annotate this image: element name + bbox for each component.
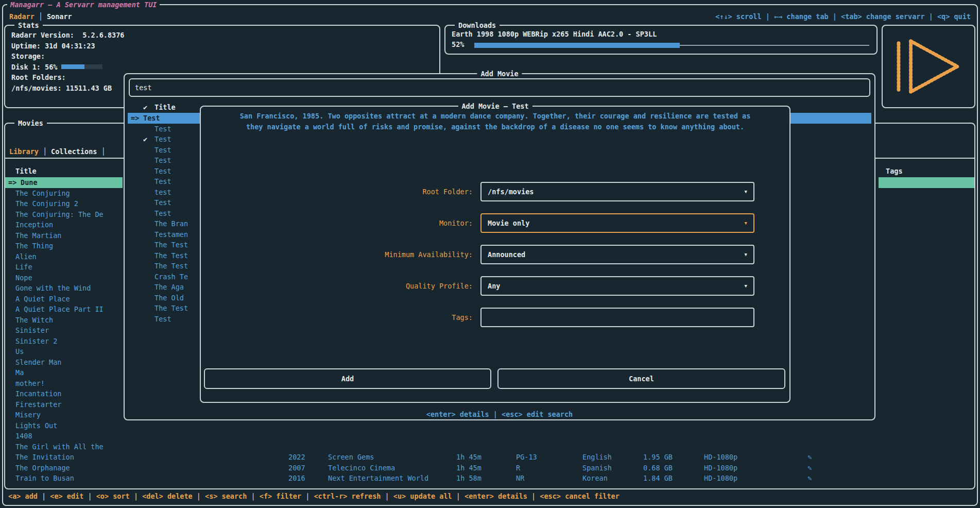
movie-row[interactable]: Nope <box>5 273 124 283</box>
movie-overview-line1: San Francisco, 1985. Two opposites attra… <box>201 112 789 120</box>
monitor-label: Monitor: <box>205 213 473 233</box>
movies-tabs: Library│Collections│ <box>9 146 110 157</box>
movie-title: The Girl with All the <box>15 442 104 452</box>
result-title: Test <box>154 134 171 145</box>
result-title: Test <box>154 176 171 187</box>
tab-collections[interactable]: Collections <box>51 147 97 156</box>
movie-row[interactable]: The Conjuring <box>5 188 124 199</box>
servarr-tabs: Radarr│Sonarr <box>9 11 72 22</box>
monitor-value: Movie only <box>488 214 529 232</box>
movie-row[interactable]: Incantation <box>5 388 124 399</box>
tab-sonarr[interactable]: Sonarr <box>47 12 72 21</box>
movie-row[interactable]: The Thing <box>5 241 124 251</box>
minimum-availability-select[interactable]: Announced ▼ <box>480 245 754 264</box>
keybar-separator: | <box>301 492 314 500</box>
movie-row[interactable]: Alien <box>5 251 124 262</box>
cell-studio: Telecinco Cinema <box>328 463 395 473</box>
cell-language: Korean <box>582 473 608 484</box>
tab-library[interactable]: Library <box>9 147 39 156</box>
movie-row[interactable]: Sinister 2 <box>5 336 124 347</box>
cell-size: 1.95 GB <box>643 452 673 463</box>
movie-row[interactable]: A Quiet Place <box>5 294 124 304</box>
disk-usage-bar <box>61 64 102 69</box>
result-title: Testamen <box>154 229 188 240</box>
cell-studio: Next Entertainment World <box>328 473 428 484</box>
tags-column-header: Tags <box>886 166 903 176</box>
movie-row[interactable]: The Conjuring: The De <box>5 209 124 220</box>
progress-fill <box>474 43 680 48</box>
movie-title: Alien <box>15 251 37 262</box>
movie-row[interactable]: Firestarter <box>5 399 124 410</box>
results-title-header: Title <box>154 102 176 113</box>
keybar-separator: | <box>247 492 259 500</box>
result-title: Test <box>154 197 171 208</box>
movie-title: The Thing <box>15 241 53 251</box>
movie-title: Inception <box>15 219 53 230</box>
cell-studio: Screen Gems <box>328 452 374 463</box>
stats-panel-title: Stats <box>14 20 43 30</box>
in-library-check-icon: ✔ <box>143 134 147 145</box>
add-movie-modal: Add Movie — Test San Francisco, 1985. Tw… <box>200 106 790 403</box>
movie-row-selected[interactable]: =>Dune <box>5 177 123 188</box>
movie-title: Incantation <box>15 388 61 399</box>
edit-icon[interactable]: ✎ <box>807 473 812 484</box>
movie-table-row[interactable]: 2022 Screen Gems 1h 45m PG-13 English 1.… <box>5 452 972 463</box>
movie-row[interactable]: The Martian <box>5 230 124 241</box>
edit-icon[interactable]: ✎ <box>807 463 812 473</box>
logo-panel <box>882 25 975 108</box>
root-folder-select[interactable]: /nfs/movies ▼ <box>480 182 754 201</box>
tab-separator: │ <box>39 147 51 156</box>
movie-title: 1408 <box>15 431 32 442</box>
add-movie-search-input[interactable]: test <box>129 78 870 97</box>
movie-row[interactable]: A Quiet Place Part II <box>5 304 124 315</box>
tags-field: Tags: <box>201 308 789 327</box>
chevron-down-icon: ▼ <box>745 283 747 289</box>
keybind-search: <s> search <box>205 492 247 500</box>
edit-icon[interactable]: ✎ <box>807 452 812 463</box>
selection-prefix: => <box>131 113 139 124</box>
cell-year: 2016 <box>288 473 305 484</box>
cell-runtime: 1h 58m <box>456 473 482 484</box>
quality-profile-field: Quality Profile: Any ▼ <box>201 276 789 296</box>
modal-title: Add Movie — Test <box>458 101 532 111</box>
chevron-down-icon: ▼ <box>745 252 747 257</box>
movie-row[interactable]: Ma <box>5 367 124 378</box>
result-title: Test <box>154 314 171 325</box>
movie-row[interactable]: The Conjuring 2 <box>5 198 124 209</box>
movie-row[interactable]: Slender Man <box>5 357 124 368</box>
movie-row[interactable]: Misery <box>5 410 124 420</box>
movie-row[interactable]: Us <box>5 346 124 357</box>
movie-title: Sinister 2 <box>15 336 57 347</box>
tab-radarr[interactable]: Radarr <box>9 12 35 21</box>
movie-row[interactable]: Life <box>5 262 124 273</box>
keybind-filter: <f> filter <box>260 492 301 500</box>
movie-table-row[interactable]: 2016 Next Entertainment World 1h 58m NR … <box>5 473 972 484</box>
tags-label: Tags: <box>205 308 473 327</box>
movie-row[interactable]: The Girl with All the <box>5 442 124 452</box>
movies-panel-title: Movies <box>14 118 47 128</box>
monitor-select[interactable]: Movie only ▼ <box>480 213 754 233</box>
quality-profile-select[interactable]: Any ▼ <box>480 276 754 296</box>
cancel-button[interactable]: Cancel <box>497 368 785 389</box>
movie-title: Slender Man <box>15 357 61 368</box>
movie-row[interactable]: Gone with the Wind <box>5 283 124 294</box>
movie-row[interactable]: mother! <box>5 378 124 389</box>
movie-row[interactable]: Sinister <box>5 325 124 336</box>
movie-row[interactable]: 1408 <box>5 431 124 442</box>
movie-row[interactable]: Lights Out <box>5 420 124 431</box>
cell-size: 1.84 GB <box>643 473 673 484</box>
movie-title: Us <box>15 346 24 357</box>
add-button[interactable]: Add <box>204 368 491 389</box>
movie-title: Sinister <box>15 325 49 336</box>
movie-row[interactable]: Inception <box>5 219 124 230</box>
cancel-button-label: Cancel <box>629 375 654 383</box>
uptime: Uptime: 31d 04:31:23 <box>11 41 434 52</box>
movie-title: Lights Out <box>15 420 57 431</box>
keybar-separator: | <box>83 492 96 500</box>
tags-input[interactable] <box>480 308 754 327</box>
keybar-separator: | <box>452 492 465 500</box>
movie-row[interactable]: The Witch <box>5 315 124 326</box>
movie-table-row[interactable]: 2007 Telecinco Cinema 1h 45m R Spanish 0… <box>5 463 972 473</box>
downloads-panel: Downloads Earth 1998 1080p WEBRip x265 H… <box>444 25 878 55</box>
root-folder-value: /nfs/movies <box>488 183 534 200</box>
